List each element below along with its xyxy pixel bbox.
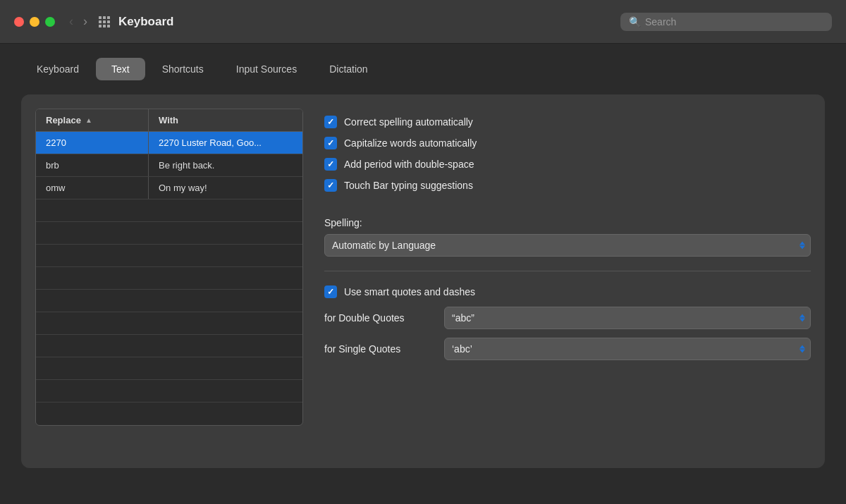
col-replace-header: Replace ▲ — [36, 109, 149, 131]
correct-spelling-label: Correct spelling automatically — [344, 116, 473, 128]
tab-text[interactable]: Text — [96, 58, 145, 80]
table-row[interactable]: omw On my way! — [36, 177, 302, 199]
checkmark-icon: ✓ — [327, 138, 334, 148]
spelling-label: Spelling: — [324, 217, 811, 228]
double-quotes-label: for Double Quotes — [324, 312, 437, 324]
table-row-empty — [36, 402, 302, 425]
table-row-empty — [36, 290, 302, 312]
correct-spelling-row: ✓ Correct spelling automatically — [324, 116, 811, 128]
cell-replace: brb — [36, 154, 149, 176]
window-title: Keyboard — [118, 15, 620, 29]
checkmark-icon: ✓ — [327, 159, 334, 169]
correct-spelling-checkbox[interactable]: ✓ — [324, 116, 337, 128]
table-rows: 2270 2270 Luster Road, Goo... brb Be rig… — [36, 132, 302, 425]
capitalize-words-row: ✓ Capitalize words automatically — [324, 137, 811, 149]
single-quotes-select[interactable]: ‘abc’ 'abc' — [444, 338, 811, 360]
table-row-empty — [36, 357, 302, 380]
double-quotes-row: for Double Quotes “abc” "abc" — [324, 307, 811, 329]
back-button[interactable]: ‹ — [66, 13, 76, 30]
cell-replace: omw — [36, 177, 149, 199]
double-quotes-select[interactable]: “abc” "abc" — [444, 307, 811, 329]
spelling-select[interactable]: Automatic by Language English French Spa… — [324, 234, 811, 257]
maximize-button[interactable] — [45, 17, 55, 27]
titlebar: ‹ › Keyboard 🔍 — [0, 0, 846, 44]
capitalize-words-label: Capitalize words automatically — [344, 137, 477, 149]
tab-bar: Keyboard Text Shortcuts Input Sources Di… — [21, 58, 825, 80]
tab-input-sources[interactable]: Input Sources — [221, 58, 312, 80]
add-period-checkbox[interactable]: ✓ — [324, 158, 337, 171]
add-period-label: Add period with double-space — [344, 159, 474, 170]
double-quotes-select-wrapper: “abc” "abc" — [444, 307, 811, 329]
search-icon: 🔍 — [629, 16, 641, 27]
smart-quotes-row: ✓ Use smart quotes and dashes — [324, 285, 811, 298]
keyboard-settings: ✓ Correct spelling automatically ✓ Capit… — [324, 109, 811, 454]
touch-bar-label: Touch Bar typing suggestions — [344, 180, 473, 191]
table-row-empty — [36, 267, 302, 290]
tab-dictation[interactable]: Dictation — [314, 58, 383, 80]
settings-panel: Replace ▲ With 2270 2270 Luster Road, Go… — [21, 94, 825, 468]
sort-arrow-icon: ▲ — [85, 116, 92, 124]
cell-replace: 2270 — [36, 132, 149, 154]
text-replacement-table: Replace ▲ With 2270 2270 Luster Road, Go… — [35, 109, 303, 426]
touch-bar-row: ✓ Touch Bar typing suggestions — [324, 179, 811, 192]
table-row-empty — [36, 245, 302, 267]
single-quotes-row: for Single Quotes ‘abc’ 'abc' — [324, 338, 811, 360]
close-button[interactable] — [14, 17, 24, 27]
table-row-empty — [36, 199, 302, 222]
table-row[interactable]: brb Be right back. — [36, 154, 302, 177]
search-bar: 🔍 — [620, 13, 832, 31]
smart-quotes-checkbox[interactable]: ✓ — [324, 285, 337, 298]
traffic-lights — [14, 17, 55, 27]
table-header: Replace ▲ With — [36, 109, 302, 132]
main-content: Keyboard Text Shortcuts Input Sources Di… — [0, 44, 846, 482]
search-input[interactable] — [645, 16, 823, 27]
checkmark-icon: ✓ — [327, 117, 334, 127]
touch-bar-checkbox[interactable]: ✓ — [324, 179, 337, 192]
add-period-row: ✓ Add period with double-space — [324, 158, 811, 171]
minimize-button[interactable] — [30, 17, 39, 27]
table-row-empty — [36, 380, 302, 402]
col-with-header: With — [149, 109, 302, 131]
table-row-empty — [36, 335, 302, 357]
single-quotes-select-wrapper: ‘abc’ 'abc' — [444, 338, 811, 360]
table-row-empty — [36, 312, 302, 335]
app-grid-icon[interactable] — [99, 16, 110, 27]
cell-with: Be right back. — [149, 154, 302, 176]
checkmark-icon: ✓ — [327, 287, 334, 297]
spelling-select-row: Automatic by Language English French Spa… — [324, 234, 811, 257]
cell-with: On my way! — [149, 177, 302, 199]
nav-arrows: ‹ › — [66, 13, 90, 30]
capitalize-words-checkbox[interactable]: ✓ — [324, 137, 337, 149]
divider — [324, 271, 811, 271]
table-row-empty — [36, 222, 302, 245]
tab-shortcuts[interactable]: Shortcuts — [147, 58, 219, 80]
tab-keyboard[interactable]: Keyboard — [21, 58, 94, 80]
checkmark-icon: ✓ — [327, 180, 334, 190]
spelling-select-wrapper: Automatic by Language English French Spa… — [324, 234, 811, 257]
table-row[interactable]: 2270 2270 Luster Road, Goo... — [36, 132, 302, 154]
single-quotes-label: for Single Quotes — [324, 343, 437, 355]
text-replacement-table-area: Replace ▲ With 2270 2270 Luster Road, Go… — [35, 109, 303, 454]
smart-quotes-label: Use smart quotes and dashes — [344, 286, 475, 297]
cell-with: 2270 Luster Road, Goo... — [149, 132, 302, 154]
forward-button[interactable]: › — [80, 13, 90, 30]
